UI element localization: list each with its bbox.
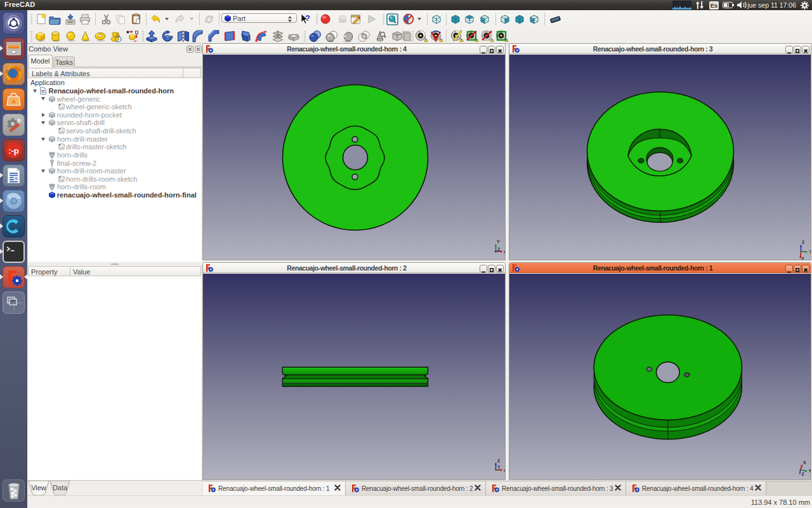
svg-text::-p: :-p (8, 146, 19, 156)
svg-text:?: ? (305, 13, 310, 23)
svg-text:x: x (504, 468, 505, 472)
svg-text:Z: Z (802, 472, 805, 476)
svg-text:Z: Z (497, 247, 501, 251)
svg-text:X: X (803, 460, 806, 465)
svg-text:Data: Data (53, 484, 68, 491)
svg-text:Y: Y (809, 250, 811, 254)
svg-text:Y: Y (497, 239, 500, 244)
svg-text:x: x (802, 256, 804, 260)
svg-text:Y: Y (497, 465, 501, 469)
svg-text:View: View (31, 484, 46, 491)
svg-text:Y: Y (809, 469, 811, 473)
svg-text:Z: Z (497, 458, 501, 463)
svg-text:Z: Z (802, 240, 805, 244)
svg-text:x: x (504, 250, 505, 254)
svg-text:A: A (11, 98, 16, 105)
